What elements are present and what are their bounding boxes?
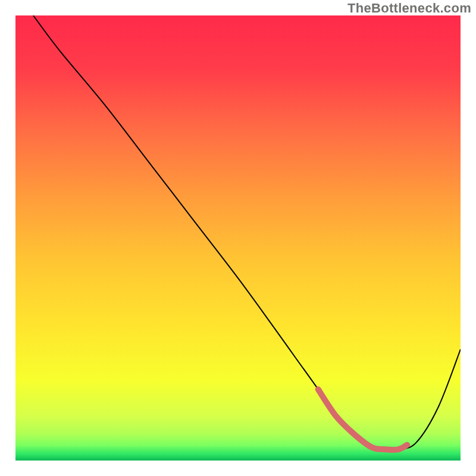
- bottleneck-chart: TheBottleneck.com: [0, 0, 476, 476]
- watermark-text: TheBottleneck.com: [347, 1, 471, 16]
- plot-background: [15, 15, 461, 461]
- chart-canvas: [0, 0, 476, 476]
